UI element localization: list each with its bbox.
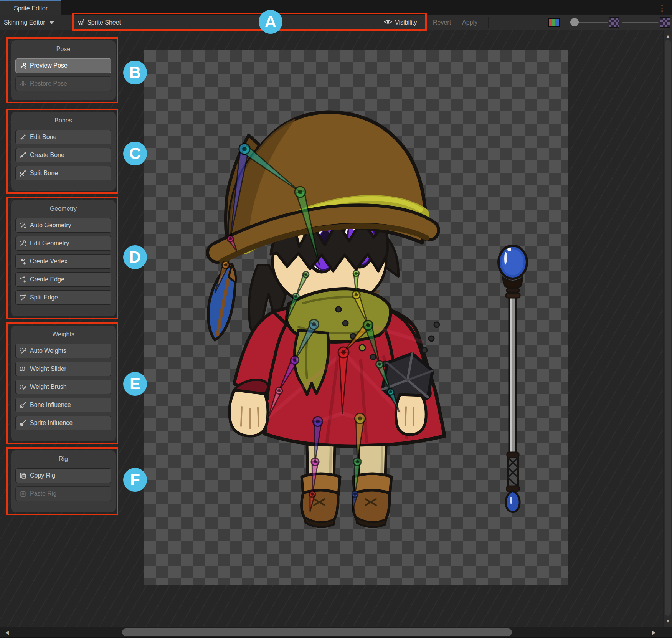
- revert-button[interactable]: Revert: [433, 15, 451, 30]
- kebab-menu-icon[interactable]: ⋮: [659, 2, 665, 15]
- button-label: Copy Rig: [30, 472, 55, 479]
- panel-bones: BonesEdit BoneCreate BoneSplit Bone: [11, 111, 116, 191]
- vertical-scrollbar[interactable]: ▲ ▼: [663, 30, 672, 627]
- annotation-badge-e: E: [123, 372, 147, 396]
- staff-sprite: [499, 246, 527, 512]
- restore-pose-button[interactable]: Restore Pose: [15, 76, 111, 91]
- scroll-up-icon[interactable]: ▲: [664, 32, 672, 40]
- toolbar-separator: [154, 17, 154, 28]
- scroll-left-icon[interactable]: ◀: [2, 627, 12, 637]
- edge-split-icon: [20, 294, 26, 301]
- create-vertex-button[interactable]: Create Vertex: [15, 254, 111, 269]
- sprite-canvas[interactable]: [144, 50, 568, 585]
- toolbar-separator: [565, 17, 565, 28]
- annotation-badge-a: A: [259, 10, 282, 34]
- split-bone-button[interactable]: Split Bone: [15, 166, 111, 180]
- bone-opacity-slider-track[interactable]: [622, 22, 659, 23]
- button-label: Create Vertex: [30, 258, 68, 265]
- annotation-badge-b: B: [123, 61, 147, 84]
- tab-sprite-editor[interactable]: Sprite Editor: [0, 0, 61, 15]
- button-label: Split Bone: [30, 170, 58, 177]
- scroll-right-icon[interactable]: ▶: [649, 627, 659, 637]
- sprite-texture-icon: [609, 17, 619, 28]
- button-label: Auto Weights: [30, 347, 66, 354]
- annotation-badge-c: C: [123, 142, 147, 165]
- paste-rig-button[interactable]: Paste Rig: [15, 486, 111, 501]
- vertex-create-icon: [20, 258, 26, 265]
- create-edge-button[interactable]: Create Edge: [15, 272, 111, 287]
- sprite-opacity-slider-knob[interactable]: [570, 18, 579, 26]
- visibility-button[interactable]: Visibility: [384, 15, 417, 30]
- sprite-sheet-button[interactable]: Sprite Sheet: [78, 15, 121, 30]
- weight-brush-icon: [20, 383, 26, 390]
- button-label: Weight Brush: [30, 383, 67, 390]
- button-label: Split Edge: [30, 294, 58, 301]
- annotation-badge-f: F: [123, 468, 147, 492]
- toolbar-separator: [73, 17, 73, 28]
- toolbar-separator: [378, 17, 378, 28]
- scroll-down-icon[interactable]: ▼: [664, 617, 672, 625]
- mode-dropdown[interactable]: Skinning Editor: [4, 15, 54, 30]
- panel-title: Geometry: [15, 203, 111, 215]
- panel-title: Pose: [15, 43, 111, 55]
- bone-edit-icon: [20, 134, 26, 140]
- panel-rig: RigCopy RigPaste Rig: [11, 450, 116, 512]
- apply-button[interactable]: Apply: [462, 15, 477, 30]
- edit-bone-button[interactable]: Edit Bone: [15, 130, 111, 144]
- split-edge-button[interactable]: Split Edge: [15, 290, 111, 305]
- copy-rig-button[interactable]: Copy Rig: [15, 468, 111, 483]
- color-swatch[interactable]: [548, 18, 560, 27]
- button-label: Create Bone: [30, 152, 64, 159]
- weight-slider-button[interactable]: Weight Slider: [15, 362, 111, 376]
- vertical-scrollbar-thumb[interactable]: [665, 40, 671, 616]
- edit-geometry-button[interactable]: Edit Geometry: [15, 236, 111, 251]
- toolbar-separator: [459, 17, 459, 28]
- chevron-down-icon: [50, 21, 54, 24]
- horizontal-scrollbar[interactable]: ◀ ▶: [0, 627, 672, 637]
- button-label: Preview Pose: [30, 62, 68, 69]
- button-label: Auto Geometry: [30, 222, 71, 229]
- character-sprite: [144, 50, 568, 585]
- button-label: Bone Influence: [30, 402, 71, 408]
- horizontal-scrollbar-thumb[interactable]: [122, 628, 512, 636]
- sprite-sheet-label: Sprite Sheet: [87, 19, 121, 26]
- apply-label: Apply: [462, 19, 477, 26]
- button-label: Sprite Influence: [30, 420, 73, 426]
- tab-strip: Sprite Editor ⋮: [0, 0, 672, 15]
- tools-icon: [20, 62, 26, 69]
- button-label: Paste Rig: [30, 490, 56, 497]
- auto-weights-button[interactable]: Auto Weights: [15, 344, 111, 358]
- edge-create-icon: [20, 276, 26, 283]
- annotation-badge-d: D: [123, 245, 147, 269]
- bone-create-icon: [20, 152, 26, 159]
- create-bone-button[interactable]: Create Bone: [15, 148, 111, 162]
- person-icon: [20, 80, 26, 87]
- bone-influence-icon: [20, 402, 26, 408]
- panel-title: Bones: [15, 115, 111, 126]
- sprite-influence-icon: [20, 420, 26, 426]
- geo-edit-icon: [20, 240, 26, 247]
- toolbar-separator: [429, 17, 429, 28]
- button-label: Restore Pose: [30, 80, 67, 87]
- toolbar-separator: [488, 17, 489, 28]
- paste-icon: [20, 490, 26, 497]
- sprite-influence-button[interactable]: Sprite Influence: [15, 416, 111, 430]
- weight-brush-button[interactable]: Weight Brush: [15, 380, 111, 394]
- revert-label: Revert: [433, 19, 451, 26]
- panel-title: Weights: [15, 329, 111, 340]
- bone-influence-button[interactable]: Bone Influence: [15, 398, 111, 412]
- geo-auto-icon: [20, 222, 26, 229]
- panel-title: Rig: [15, 453, 111, 465]
- panel-weights: WeightsAuto WeightsWeight SliderWeight B…: [11, 325, 116, 441]
- visibility-label: Visibility: [395, 19, 417, 26]
- toolbar: Skinning Editor Sprite Sheet Visibility …: [0, 15, 672, 30]
- bone-split-icon: [20, 170, 26, 177]
- auto-geometry-button[interactable]: Auto Geometry: [15, 218, 111, 233]
- button-label: Create Edge: [30, 276, 64, 283]
- weight-slider-icon: [20, 365, 26, 372]
- tab-title: Sprite Editor: [14, 5, 48, 12]
- bone-texture-icon: [660, 17, 670, 28]
- sprite-opacity-slider-track[interactable]: [576, 22, 608, 23]
- preview-pose-button[interactable]: Preview Pose: [15, 58, 111, 73]
- mode-dropdown-label: Skinning Editor: [4, 19, 45, 26]
